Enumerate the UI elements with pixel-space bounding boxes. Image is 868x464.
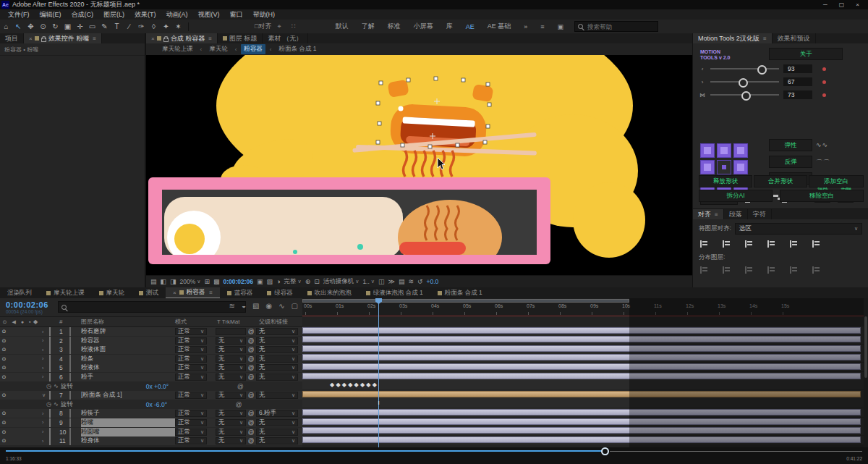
property-name[interactable]: 旋转 xyxy=(61,400,146,409)
parent-pickwhip-icon[interactable]: @ xyxy=(246,364,256,371)
eye-toggle[interactable]: ⊙ xyxy=(0,374,8,380)
mode-select[interactable]: 正常∨ xyxy=(175,337,207,345)
layer-name[interactable]: 粉容器 xyxy=(81,337,175,345)
workspace-menu-icon[interactable]: ≡ xyxy=(534,23,550,30)
parent-pickwhip-icon[interactable]: @ xyxy=(235,383,245,390)
parent-select[interactable]: 无∨ xyxy=(256,364,298,371)
trkmat-select[interactable]: 无∨ xyxy=(216,437,246,444)
mode-select[interactable]: 正常∨ xyxy=(175,355,207,363)
timeline-tab-绿液体泡泡 合成 1[interactable]: 绿液体泡泡 合成 1 xyxy=(359,287,430,298)
pen-icon[interactable]: ✎ xyxy=(98,22,111,30)
align-button-3[interactable] xyxy=(767,240,778,248)
tab-footage[interactable]: 素材 （无） xyxy=(263,33,308,43)
close-icon[interactable]: × xyxy=(151,35,155,42)
motion-blur-icon[interactable]: ◉ xyxy=(265,302,272,310)
mode-select[interactable]: 正常∨ xyxy=(175,346,207,353)
region-of-interest-icon[interactable]: ⊡ xyxy=(314,278,320,285)
duration-bar[interactable] xyxy=(302,436,861,443)
parent-pickwhip-icon[interactable]: @ xyxy=(234,401,244,408)
progress-line[interactable] xyxy=(6,450,604,452)
bounce-button[interactable]: 反弹 xyxy=(769,156,812,168)
anchor-cell-3[interactable] xyxy=(700,160,715,174)
color-management-icon[interactable]: ◑ xyxy=(276,278,280,285)
expander-icon[interactable]: › xyxy=(42,374,49,379)
scrollbar-thumb[interactable] xyxy=(864,316,867,378)
layer-name[interactable]: 粉石磨牌 xyxy=(81,327,175,336)
snap-toggle[interactable]: □对齐 xyxy=(255,22,271,31)
lock-toggle[interactable] xyxy=(24,329,32,334)
remove-blank-button[interactable]: 移除空白 xyxy=(780,190,864,202)
layer-color-swatch[interactable] xyxy=(49,392,59,399)
menu-item-7[interactable]: 窗口 xyxy=(225,10,248,20)
puppet-pin-icon[interactable]: ✶ xyxy=(172,22,184,30)
tab-composition[interactable]: × 合成 粉容器 ≡ xyxy=(146,33,218,43)
layer-color-swatch[interactable] xyxy=(49,337,59,345)
lock-toggle[interactable] xyxy=(24,438,32,444)
help-search-input[interactable] xyxy=(586,22,655,31)
about-button[interactable]: 关于 xyxy=(769,48,843,60)
lock-icon[interactable] xyxy=(163,38,169,42)
timeline-tab-绿容器[interactable]: 绿容器 xyxy=(260,287,300,298)
layer-row-10[interactable]: ⊙›10粉圆嘴正常∨无∨@无∨ xyxy=(0,428,302,436)
timeline-tab-摩天轮上课[interactable]: 摩天轮上课 xyxy=(39,287,92,298)
camera-icon[interactable]: ▣ xyxy=(257,278,263,285)
layer-color-swatch[interactable] xyxy=(49,374,59,381)
parent-select[interactable]: 无∨ xyxy=(256,337,298,345)
timeline-button-icon[interactable]: ▤ xyxy=(399,278,405,285)
expander-icon[interactable]: › xyxy=(42,356,49,361)
breadcrumb-item-2[interactable]: 粉容器 xyxy=(241,44,265,54)
audio-toggle[interactable] xyxy=(8,420,16,426)
align-button-1[interactable] xyxy=(723,240,733,248)
solo-toggle[interactable] xyxy=(16,338,24,344)
stopwatch-icon[interactable]: ◷ xyxy=(46,383,51,389)
anchor-cell-0[interactable] xyxy=(700,143,715,158)
timeline-tab-测试[interactable]: 测试 xyxy=(132,287,166,298)
timeline-tab-吹出来的泡泡[interactable]: 吹出来的泡泡 xyxy=(300,287,359,298)
property-row[interactable]: ◷∿旋转0x +0.0°@ xyxy=(0,382,302,391)
snapshot-icon[interactable]: ▤ xyxy=(150,278,157,285)
selection-icon[interactable]: ↖ xyxy=(12,22,25,30)
workspace-0[interactable]: 默认 xyxy=(329,22,355,31)
timeline-lane-0[interactable] xyxy=(302,326,864,335)
layer-row-8[interactable]: ⊙›8粉筷子正常∨无∨@6.粉手∨ xyxy=(0,409,302,418)
trkmat-select[interactable]: 无∨ xyxy=(216,410,246,417)
lock-toggle[interactable] xyxy=(24,374,32,380)
mode-select[interactable]: 正常∨ xyxy=(175,437,207,444)
parent-pickwhip-icon[interactable]: @ xyxy=(246,346,256,353)
panel-menu-icon[interactable]: ≡ xyxy=(208,35,212,42)
layer-color-swatch[interactable] xyxy=(49,410,59,417)
layer-name[interactable]: 粉身体 xyxy=(81,436,175,445)
workspace-2[interactable]: 标准 xyxy=(381,22,407,31)
layer-name[interactable]: [粉面条 合成 1] xyxy=(81,391,175,400)
timeline-lane-1[interactable] xyxy=(302,335,864,344)
tab-render-queue[interactable]: 渲染队列 xyxy=(0,287,39,298)
solo-toggle[interactable] xyxy=(16,438,24,444)
composition-flowchart-icon[interactable]: ≋ xyxy=(229,302,235,310)
workspace-4[interactable]: 库 xyxy=(440,22,459,31)
duration-bar[interactable] xyxy=(302,418,861,425)
eye-toggle[interactable]: ⊙ xyxy=(0,429,8,435)
layer-row-5[interactable]: ⊙›5粉液体正常∨无∨@无∨ xyxy=(0,363,302,372)
layer-color-swatch[interactable] xyxy=(49,355,59,363)
parent-select[interactable]: 无∨ xyxy=(256,392,298,399)
layer-color-swatch[interactable] xyxy=(49,346,59,353)
eye-toggle[interactable]: ⊙ xyxy=(0,410,8,416)
mask-visibility-icon[interactable]: ▩ xyxy=(213,278,220,285)
anchor-cell-5[interactable] xyxy=(733,160,748,174)
audio-toggle[interactable] xyxy=(8,329,16,334)
breadcrumb-item-0[interactable]: 摩天轮上课 xyxy=(159,44,196,54)
close-button[interactable]: × xyxy=(856,1,859,8)
progress-handle[interactable] xyxy=(601,447,609,455)
audio-toggle[interactable] xyxy=(8,347,16,353)
workspace-1[interactable]: 了解 xyxy=(355,22,381,31)
trkmat-select[interactable] xyxy=(216,328,246,335)
trkmat-select[interactable]: 无∨ xyxy=(216,364,246,371)
layer-name[interactable]: 粉液体面 xyxy=(81,345,175,354)
mode-select[interactable]: 正常∨ xyxy=(175,364,207,371)
timeline-lane-8[interactable]: I xyxy=(302,399,864,408)
orbit-icon[interactable]: ↻ xyxy=(49,22,61,30)
audio-toggle[interactable] xyxy=(8,365,16,371)
expander-icon[interactable]: › xyxy=(42,366,49,371)
slider-track-2[interactable] xyxy=(710,94,779,96)
expander-icon[interactable]: › xyxy=(42,338,49,343)
